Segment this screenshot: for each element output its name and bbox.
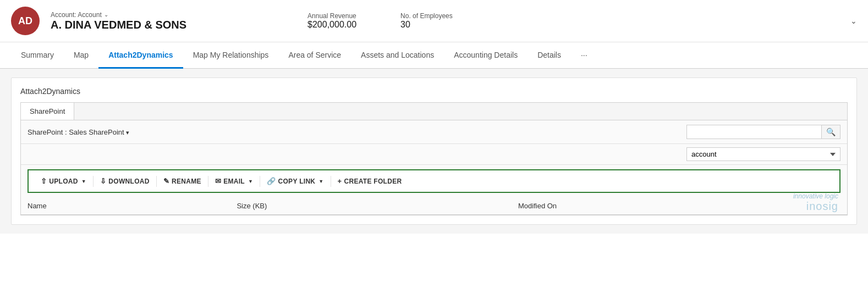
create-folder-icon: + <box>338 177 342 185</box>
content-area: Attach2Dynamics SharePoint SharePoint : … <box>0 69 868 234</box>
account-dropdown[interactable]: account <box>686 147 840 161</box>
create-folder-label: CREATE FOLDER <box>344 178 402 185</box>
file-table-wrapper: Name Size (KB) Modified On innovative lo… <box>21 197 847 215</box>
nav-tab-assets-and-locations[interactable]: Assets and Locations <box>351 43 444 69</box>
upload-icon: ⇧ <box>41 177 47 185</box>
annual-revenue-label: Annual Revenue <box>307 12 356 20</box>
inner-panel: SharePoint SharePoint : Sales SharePoint… <box>20 102 848 215</box>
email-button[interactable]: ✉ EMAIL ▼ <box>210 175 259 187</box>
upload-caret-icon[interactable]: ▼ <box>81 179 86 184</box>
nav-tab-attach2dynamics[interactable]: Attach2Dynamics <box>98 43 183 69</box>
header-metrics: Annual Revenue $200,000.00 No. of Employ… <box>307 12 453 30</box>
nav-tab-summary[interactable]: Summary <box>11 43 64 69</box>
header-title-block: Account: Account ⌄ A. DINA VEDMED & SONS <box>51 11 186 31</box>
download-button[interactable]: ⇩ DOWNLOAD <box>95 175 155 187</box>
sharepoint-label-text: SharePoint : Sales SharePoint <box>28 128 124 136</box>
col-modified-on: Modified On <box>512 197 847 215</box>
nav-tab-accounting-details[interactable]: Accounting Details <box>444 43 528 69</box>
nav-tab-more[interactable]: ··· <box>571 43 597 69</box>
sharepoint-row: SharePoint : Sales SharePoint ▾ 🔍 <box>21 120 847 144</box>
copy-link-label: COPY LINK <box>278 178 316 185</box>
section-title: Attach2Dynamics <box>20 87 848 96</box>
dropdown-row: account <box>21 144 847 165</box>
nav-tab-map-my-relationships[interactable]: Map My Relationships <box>183 43 279 69</box>
account-dropdown-icon[interactable]: ⌄ <box>104 12 108 18</box>
sharepoint-tab[interactable]: SharePoint <box>21 103 74 120</box>
employees-label: No. of Employees <box>400 12 453 20</box>
file-table: Name Size (KB) Modified On <box>21 197 847 215</box>
account-label-text: Account: Account <box>51 11 102 19</box>
copy-link-caret-icon[interactable]: ▼ <box>318 179 323 184</box>
search-input[interactable] <box>687 126 821 139</box>
copy-link-button[interactable]: 🔗 COPY LINK ▼ <box>261 175 329 187</box>
search-button[interactable]: 🔍 <box>821 125 840 139</box>
sharepoint-label[interactable]: SharePoint : Sales SharePoint ▾ <box>28 128 129 136</box>
annual-revenue-value: $200,000.00 <box>307 20 356 30</box>
account-name: A. DINA VEDMED & SONS <box>51 19 186 31</box>
rename-label: RENAME <box>172 178 201 185</box>
upload-button[interactable]: ⇧ UPLOAD ▼ <box>35 175 92 187</box>
col-size: Size (KB) <box>230 197 512 215</box>
download-label: DOWNLOAD <box>108 178 149 185</box>
email-caret-icon[interactable]: ▼ <box>248 179 253 184</box>
account-label[interactable]: Account: Account ⌄ <box>51 11 186 19</box>
upload-label: UPLOAD <box>49 178 78 185</box>
employees-block: No. of Employees 30 <box>400 12 453 30</box>
rename-icon: ✎ <box>163 177 169 185</box>
annual-revenue-block: Annual Revenue $200,000.00 <box>307 12 356 30</box>
nav-tabs: SummaryMapAttach2DynamicsMap My Relation… <box>0 42 868 69</box>
separator-3 <box>208 176 208 187</box>
search-box: 🔍 <box>686 125 840 139</box>
nav-tab-map[interactable]: Map <box>64 43 98 69</box>
separator-2 <box>156 176 157 187</box>
create-folder-button[interactable]: + CREATE FOLDER <box>332 175 408 187</box>
separator-5 <box>331 176 331 187</box>
separator-4 <box>260 176 260 187</box>
table-header-row: Name Size (KB) Modified On <box>21 197 847 215</box>
col-name: Name <box>21 197 230 215</box>
header-collapse-icon[interactable]: ⌄ <box>850 16 857 25</box>
inner-tabs: SharePoint <box>21 103 847 120</box>
avatar: AD <box>11 7 40 35</box>
header: AD Account: Account ⌄ A. DINA VEDMED & S… <box>0 0 868 42</box>
rename-button[interactable]: ✎ RENAME <box>158 175 207 187</box>
section-card: Attach2Dynamics SharePoint SharePoint : … <box>11 77 857 225</box>
sharepoint-dropdown-icon[interactable]: ▾ <box>126 129 129 136</box>
nav-tab-area-of-service[interactable]: Area of Service <box>278 43 351 69</box>
email-label: EMAIL <box>223 178 245 185</box>
download-icon: ⇩ <box>100 177 106 185</box>
separator-1 <box>93 176 94 187</box>
nav-tab-details[interactable]: Details <box>528 43 571 69</box>
email-icon: ✉ <box>215 177 221 185</box>
copy-link-icon: 🔗 <box>267 177 276 185</box>
employees-value: 30 <box>400 20 453 30</box>
toolbar: ⇧ UPLOAD ▼ ⇩ DOWNLOAD ✎ RENAME ✉ EMAIL <box>28 169 840 193</box>
